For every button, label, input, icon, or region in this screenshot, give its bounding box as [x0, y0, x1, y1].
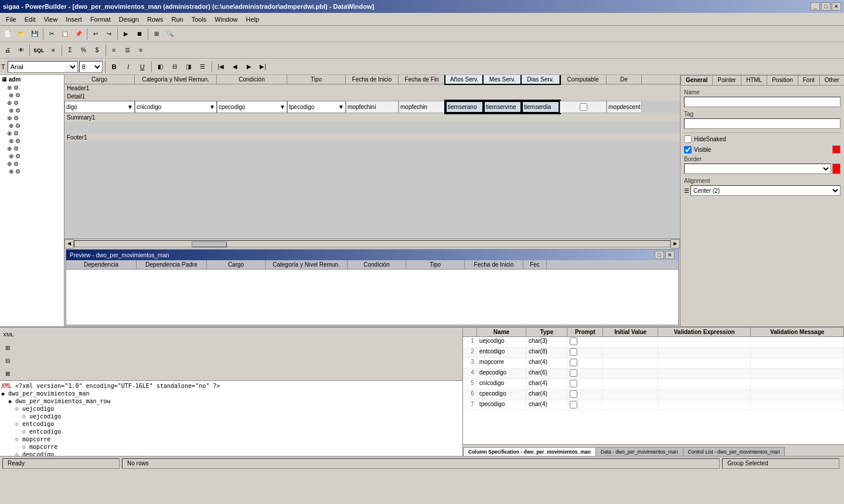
grid-button[interactable]: ⊞ [150, 28, 163, 40]
tree-item-6[interactable]: ⊕ ⚙ [6, 122, 64, 130]
tab-general[interactable]: General [680, 75, 713, 85]
tree-item-3[interactable]: ⊕ ⚙ [6, 99, 64, 107]
font-size-select[interactable]: 8 [79, 61, 103, 73]
open-button[interactable]: 📂 [15, 28, 28, 40]
xml-node-root[interactable]: ◆ dwo_per_movimientos_man [1, 390, 461, 397]
tree-item-1[interactable]: ⊕ ⚙ [6, 84, 64, 91]
new-button[interactable]: 📄 [1, 28, 14, 40]
align-center-text[interactable]: ⊟ [168, 60, 181, 73]
tree-root[interactable]: 🖥 adm [0, 75, 64, 84]
nav-next[interactable]: ▶ [243, 60, 256, 73]
redo-button[interactable]: ↪ [103, 28, 115, 40]
scroll-left[interactable]: ◀ [64, 239, 74, 248]
hidesnaked-checkbox[interactable] [684, 135, 692, 143]
undo-button[interactable]: ↩ [89, 28, 102, 40]
border-select[interactable] [684, 164, 831, 174]
format-btn[interactable]: Σ [64, 44, 77, 57]
computable-checkbox[interactable] [580, 103, 587, 111]
bold-button[interactable]: B [108, 60, 121, 73]
cell-prompt-5[interactable] [567, 390, 603, 400]
align-center-btn[interactable]: ☰ [121, 44, 134, 57]
run-button[interactable]: ▶ [120, 28, 132, 40]
menu-view[interactable]: View [40, 15, 62, 24]
cell-prompt-3[interactable] [567, 369, 603, 379]
stop-button[interactable]: ⏹ [133, 28, 146, 40]
menu-help[interactable]: Help [242, 15, 263, 24]
nav-prev[interactable]: ◀ [229, 60, 241, 73]
xml-left[interactable]: ⊟ [1, 354, 14, 367]
tab-other[interactable]: Other [819, 75, 844, 85]
data-grid-row-6[interactable]: 6 cpecodigo char(4) [463, 390, 844, 400]
menu-design[interactable]: Design [115, 15, 142, 24]
data-grid-row-5[interactable]: 5 cnicodigo char(4) [463, 379, 844, 390]
data-tab[interactable]: Data - dwo_per_movimientos_man [595, 447, 683, 456]
xml-up[interactable]: ⊠ [1, 367, 14, 380]
cell-prompt-0[interactable] [567, 337, 603, 347]
menu-insert[interactable]: Insert [62, 15, 86, 24]
nav-first[interactable]: |◀ [215, 60, 227, 73]
prop-name-input[interactable] [684, 97, 840, 107]
cell-prompt-6[interactable] [567, 400, 603, 410]
zoom-button[interactable]: 🔍 [164, 28, 176, 40]
tree-item-11[interactable]: ⊕ ⚙ [6, 160, 64, 168]
controllist-tab[interactable]: Control List - dwo_per_movimientos_man [683, 447, 785, 456]
h-scroll-thumb[interactable] [192, 241, 227, 247]
paste-button[interactable]: 📌 [72, 28, 85, 40]
restore-button[interactable]: □ [821, 2, 831, 11]
menu-run[interactable]: Run [168, 15, 186, 24]
tab-font[interactable]: Font [798, 75, 820, 85]
italic-button[interactable]: I [122, 60, 135, 73]
tree-item-10[interactable]: ⊕ ⚙ [6, 152, 64, 160]
cell-prompt-2[interactable] [567, 358, 603, 368]
copy-button[interactable]: 📋 [59, 28, 72, 40]
xml-content[interactable]: XML <?xml version="1.0" encoding="UTF-16… [0, 381, 462, 456]
xml-declaration[interactable]: XML <?xml version="1.0" encoding="UTF-16… [1, 382, 461, 390]
data-grid-row-7[interactable]: 7 tpecodigo char(4) [463, 400, 844, 411]
cell-cpe[interactable]: cpecodigo ▼ [217, 101, 287, 113]
xml-node-uej2[interactable]: ⚙ uejcodigo [1, 413, 461, 420]
xml-node-dep[interactable]: ⚙ depcodigo [1, 451, 461, 456]
align-justify-text[interactable]: ☰ [196, 60, 209, 73]
xml-node-mop[interactable]: ⚙ mopcorre [1, 435, 461, 443]
scroll-right[interactable]: ▶ [671, 239, 680, 248]
cell-cni-arrow[interactable]: ▼ [209, 104, 215, 110]
cell-prompt-1[interactable] [567, 348, 603, 357]
h-scrollbar[interactable]: ◀ ▶ [64, 239, 680, 248]
font-name-select[interactable]: Arial [8, 61, 78, 73]
menu-file[interactable]: File [2, 15, 20, 24]
clear-sql-button[interactable]: ✕ [47, 44, 60, 57]
xml-node-uej[interactable]: ⚙ uejcodigo [1, 405, 461, 413]
menu-format[interactable]: Format [87, 15, 114, 24]
cur-btn[interactable]: $ [91, 44, 104, 57]
cell-checkbox[interactable] [560, 101, 607, 113]
tree-item-5[interactable]: ⊕ ⚙ [6, 114, 64, 122]
tree-item-9[interactable]: ⊕ ⚙ [6, 145, 64, 152]
preview-close[interactable]: ✕ [665, 251, 675, 259]
menu-tools[interactable]: Tools [188, 15, 210, 24]
preview-btn[interactable]: 👁 [15, 44, 28, 57]
tree-item-8[interactable]: ⊕ ⚙ [6, 137, 64, 145]
cell-digo[interactable]: digo ▼ [64, 101, 135, 113]
xml-node-row[interactable]: ◆ dwo_per_movimientos_man_row [1, 397, 461, 405]
data-grid-row-2[interactable]: 2 entcodigo char(8) [463, 348, 844, 358]
xml-collapse[interactable]: ⊞ [1, 341, 14, 354]
tree-item-4[interactable]: ⊕ ⚙ [6, 107, 64, 114]
cell-prompt-4[interactable] [567, 379, 603, 389]
cut-button[interactable]: ✂ [45, 28, 58, 40]
tree-item-12[interactable]: ⊕ ⚙ [6, 168, 64, 175]
data-grid-row-4[interactable]: 4 depcodigo char(6) [463, 369, 844, 379]
close-button[interactable]: ✕ [832, 2, 841, 11]
colspec-tab[interactable]: Column Specification - dwo_per_movimient… [463, 447, 596, 456]
prop-tag-input[interactable] [684, 118, 840, 129]
tree-item-7[interactable]: ⊕ ⚙ [6, 130, 64, 137]
align-left-btn[interactable]: ≡ [108, 44, 121, 57]
cell-tpe-arrow[interactable]: ▼ [338, 104, 344, 110]
print-button[interactable]: 🖨 [1, 44, 14, 57]
visible-checkbox[interactable] [684, 146, 692, 154]
align-right-text[interactable]: ◨ [182, 60, 195, 73]
nav-last[interactable]: ▶| [257, 60, 270, 73]
menu-rows[interactable]: Rows [144, 15, 167, 24]
xml-node-ent[interactable]: ⚙ entcodigo [1, 420, 461, 428]
tree-item-2[interactable]: ⊕ ⚙ [6, 91, 64, 99]
menu-edit[interactable]: Edit [21, 15, 39, 24]
